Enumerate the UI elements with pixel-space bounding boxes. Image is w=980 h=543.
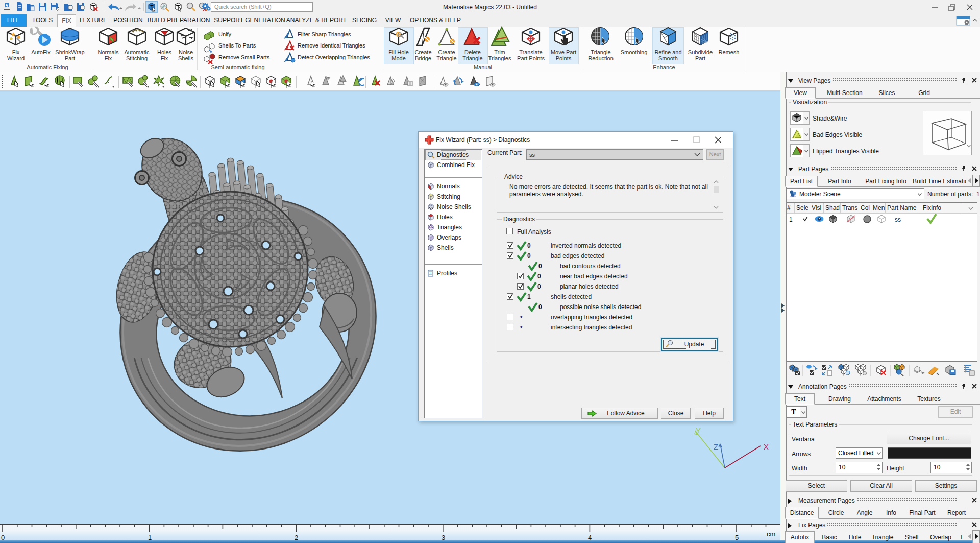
svg-text:Z: Z <box>714 442 718 451</box>
svg-text:X: X <box>764 442 769 451</box>
svg-text:3: 3 <box>442 534 445 540</box>
svg-text:0: 0 <box>1 534 5 540</box>
svg-text:Y: Y <box>696 426 701 435</box>
svg-text:5: 5 <box>735 534 739 540</box>
svg-text:4: 4 <box>588 534 592 540</box>
svg-text:cm: cm <box>767 530 775 538</box>
svg-text:1: 1 <box>148 534 152 540</box>
svg-text:2: 2 <box>295 534 298 540</box>
